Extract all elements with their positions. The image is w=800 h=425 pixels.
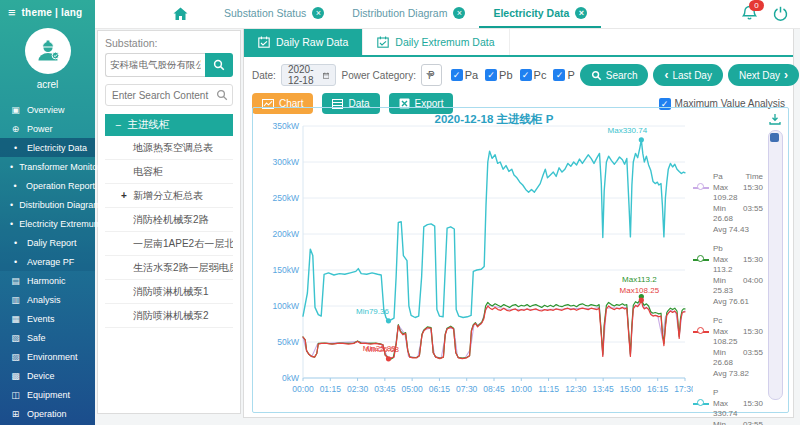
sidebar-item-equipment[interactable]: ◫Equipment [0,385,95,404]
tab-distribution-diagram[interactable]: Distribution Diagram× [338,0,479,28]
tree-node-label: 地源热泵空调总表 [133,141,213,155]
legend-series-marker-icon[interactable] [693,328,709,379]
sidebar-item-harmonic[interactable]: ▤Harmonic [0,271,95,290]
power-icon: ⊕ [10,124,21,134]
sidebar-item-device[interactable]: ▩Device [0,366,95,385]
download-chart-icon[interactable] [769,113,781,127]
sidebar-item-operation-report[interactable]: •Operation Report [0,176,95,195]
tree-node[interactable]: 消防喷淋机械泵2 [105,304,233,328]
legend-series-name: Pb [713,244,763,255]
sidebar-item-transformer-monitor[interactable]: •Transformer Monitor [0,157,95,176]
sidebar-item-label: Electricity Extremum [19,219,101,229]
substation-input[interactable] [105,53,205,77]
hamburger-menu-icon[interactable]: ≡ [8,8,16,18]
notifications-bell-icon[interactable]: 0 [742,5,757,23]
datazoom-thumb[interactable] [770,133,779,142]
tree-node[interactable]: +新增分立柜总表 [105,184,233,208]
substation-panel: Substation: −主进线柜地源热泵空调总表电容柜+新增分立柜总表消防栓机… [97,30,241,414]
sidebar-item-overview[interactable]: ▣Overview [0,100,95,119]
sidebar-item-label: Equipment [27,390,70,400]
legend-group-pb: PbMax 113.215:30Min 25.8304:00Avg 76.61 [693,244,763,307]
legend-stat-row: Avg 76.61 [713,297,763,308]
tree-node-label: 消防栓机械泵2路 [133,213,209,227]
sidebar-item-electricity-data[interactable]: •Electricity Data [0,138,95,157]
close-tab-icon[interactable]: × [312,7,324,19]
tree-node[interactable]: 生活水泵2路一层弱电房 [105,256,233,280]
svg-text:07:30: 07:30 [456,384,478,394]
search-button-label: Search [606,70,638,81]
tab-electricity-data[interactable]: Electricity Data× [479,0,601,28]
svg-text:06:15: 06:15 [429,384,451,394]
sidebar-item-analysis[interactable]: ▥Analysis [0,290,95,309]
search-icon [216,89,228,101]
theme-lang-switch[interactable]: theme | lang [22,7,83,18]
analysis-icon: ▥ [10,295,21,305]
tree-node[interactable]: −主进线柜 [105,114,233,136]
chart-zoom-column [763,108,788,412]
sidebar-item-distribution-diagram[interactable]: •Distribution Diagram [0,195,95,214]
legend-series-marker-icon[interactable] [693,400,709,425]
vertical-datazoom-slider[interactable] [768,130,783,400]
calendar-data-icon [377,36,389,48]
home-icon[interactable] [173,7,188,21]
sidebar-item-label: Analysis [27,295,61,305]
power-line-chart[interactable]: 0kW50kW100kW150kW200kW250kW300kW350kW00:… [253,108,693,410]
sidebar-item-daliy-report[interactable]: •Daliy Report [0,233,95,252]
notification-badge: 0 [749,0,764,11]
substation-label: Substation: [105,37,233,49]
next-day-button[interactable]: Next Day › [728,64,799,86]
svg-text:150kW: 150kW [273,265,299,275]
sidebar-item-power[interactable]: ⊕Power [0,119,95,138]
legend-stat-row: Min 26.6803:55 [713,204,763,225]
expand-icon[interactable]: + [121,190,133,201]
sidebar-item-events[interactable]: ▦Events [0,309,95,328]
sidebar-item-electricity-extremum[interactable]: •Electricity Extremum [0,214,95,233]
tab-substation-status[interactable]: Substation Status× [210,0,338,28]
tree-node[interactable]: 电容柜 [105,160,233,184]
sidebar-item-environment[interactable]: ▨Environment [0,347,95,366]
sidebar-item-label: Distribution Diagram [19,200,101,210]
checkbox-pb[interactable]: ✓Pb [485,69,512,81]
collapse-icon[interactable]: − [115,119,121,131]
legend-series-name: P [713,388,763,399]
tree-search-input[interactable] [105,84,233,106]
last-day-button[interactable]: ‹ Last Day [653,64,722,86]
svg-text:300kW: 300kW [273,157,299,167]
sidebar-item-operation[interactable]: ⊞Operation [0,404,95,423]
search-button[interactable]: Search [580,64,649,86]
tree-node[interactable]: 一层南1APE2右一层北1APE1左 [105,232,233,256]
power-category-select[interactable]: P [421,64,442,86]
checkbox-pc[interactable]: ✓Pc [520,69,547,81]
tree-node-label: 主进线柜 [127,118,169,132]
legend-series-marker-icon[interactable] [693,256,709,307]
sidebar-item-average-pf[interactable]: •Average PF [0,252,95,271]
power-logout-icon[interactable] [773,6,788,23]
electricity-data-panel: Daily Raw DataDaily Extremum Data Date: … [243,28,794,418]
legend-series-marker-icon[interactable] [693,184,709,235]
date-picker[interactable]: 2020-12-18 [281,64,337,86]
tree-node[interactable]: 地源热泵空调总表 [105,136,233,160]
sidebar-item-label: Safe [27,333,46,343]
tree-node[interactable]: 消防栓机械泵2路 [105,208,233,232]
tree-node-label: 消防喷淋机械泵2 [133,309,209,323]
equipment-icon: ◫ [10,390,21,400]
calendar-data-icon [258,36,270,48]
checkbox-pa[interactable]: ✓Pa [451,69,478,81]
events-icon: ▦ [10,314,21,324]
svg-text:01:15: 01:15 [320,384,342,394]
tree-node[interactable]: 消防喷淋机械泵1 [105,280,233,304]
legend-group-pa: PaTimeMax 109.2815:30Min 26.6803:55Avg 7… [693,172,763,235]
avatar[interactable] [25,28,71,74]
tab-daily-raw-data[interactable]: Daily Raw Data [244,29,363,55]
power-category-value: P [428,70,435,81]
close-tab-icon[interactable]: × [575,7,587,19]
svg-text:50kW: 50kW [277,337,299,347]
tab-label: Electricity Data [493,7,569,19]
close-tab-icon[interactable]: × [453,7,465,19]
tab-daily-extremum-data[interactable]: Daily Extremum Data [363,29,509,55]
substation-search-button[interactable] [205,53,233,77]
sidebar-item-safe[interactable]: ▧Safe [0,328,95,347]
legend-stat-row: Max 108.2515:30 [713,327,763,348]
legend-stat-row: Min 79.3603:55 [713,420,763,425]
checkbox-p[interactable]: ✓P [553,69,574,81]
